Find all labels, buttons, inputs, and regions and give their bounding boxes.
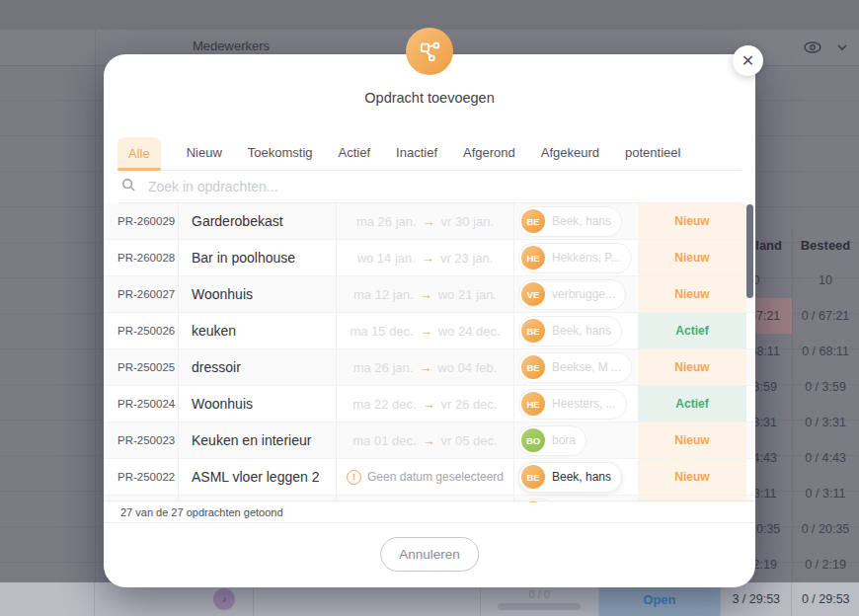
opdracht-dates: ma 22 dec.→vr 26 dec.: [336, 386, 513, 422]
results-count: 27 van de 27 opdrachten getoond: [120, 506, 283, 518]
opdracht-dates: ma 01 dec.→vr 05 dec.: [336, 423, 513, 458]
background-topbar: [0, 0, 859, 31]
besteed-column-header: Besteed: [792, 227, 859, 263]
results-count-bar: 27 van de 27 opdrachten getoond: [104, 500, 755, 523]
eye-icon[interactable]: [802, 38, 823, 57]
opdracht-assignee-cell: BObora: [513, 423, 638, 458]
assignee-name: bora: [552, 433, 576, 447]
opdracht-row[interactable]: PR-250024Woonhuisma 22 dec.→vr 26 dec.HE…: [104, 386, 755, 423]
besteed-value: 0 / 2:19: [792, 547, 859, 582]
assignee-avatar: BE: [521, 465, 545, 489]
dialog-title: Opdracht toevoegen: [104, 90, 755, 106]
assignee-avatar: HE: [521, 392, 545, 416]
tab-alle[interactable]: Alle: [117, 137, 161, 170]
opdracht-dates: !Geen datum geselecteerd: [336, 459, 513, 495]
chevron-down-icon[interactable]: [833, 38, 851, 57]
tab-afgekeurd[interactable]: Afgekeurd: [541, 145, 599, 160]
opdracht-name: keuken: [178, 313, 336, 348]
besteed-value: 0 / 3:11: [792, 476, 859, 511]
opdracht-row[interactable]: PR-260028Bar in poolhousewo 14 jan.→vr 2…: [104, 240, 755, 276]
summary-cell-besteed: 0 / 29:53: [792, 582, 859, 616]
search-bar: [117, 171, 742, 203]
opdracht-assignee-cell: BEBeek, hans: [513, 459, 638, 495]
status-badge: Nieuw: [638, 349, 746, 385]
opdracht-toevoegen-dialog: ✕ Opdracht toevoegen AlleNieuwToekomstig…: [104, 54, 755, 587]
opdracht-name: Bar in poolhouse: [178, 240, 336, 275]
assignee-avatar: BE: [521, 319, 545, 343]
tab-nieuw[interactable]: Nieuw: [187, 145, 222, 160]
opdracht-id: PR-260027: [104, 276, 178, 312]
opdracht-row[interactable]: PR-260029Garderobekastma 26 jan.→vr 30 j…: [104, 203, 755, 240]
assignee-name: Beekse, M ...: [552, 360, 621, 374]
opdracht-assignee-cell: HEHeesters, ...: [513, 386, 638, 422]
summary-cell-status[interactable]: Open: [599, 582, 721, 616]
opdracht-name: Woonhuis: [178, 276, 336, 312]
opdracht-row[interactable]: PR-250023Keuken en interieurma 01 dec.→v…: [104, 423, 755, 459]
tab-potentieel[interactable]: potentieel: [625, 145, 680, 160]
besteed-value: 0 / 20:35: [792, 511, 859, 547]
arrow-right-icon: →: [423, 214, 435, 229]
opdracht-id: PR-250022: [104, 459, 178, 495]
assignee-chip[interactable]: BEBeek, hans: [518, 206, 622, 237]
close-button[interactable]: ✕: [733, 45, 763, 76]
tab-actief[interactable]: Actief: [339, 145, 371, 160]
opdracht-name: dressoir: [178, 349, 336, 385]
opdracht-id: PR-250025: [104, 349, 178, 385]
date-to: wo 24 dec.: [438, 324, 501, 339]
arrow-right-icon: →: [423, 397, 435, 412]
arrow-right-icon: →: [420, 287, 432, 302]
opdracht-dates: ma 12 jan.→wo 21 jan.: [336, 276, 513, 312]
scrollbar-thumb[interactable]: [746, 204, 753, 298]
opdracht-row[interactable]: PR-260027Woonhuisma 12 jan.→wo 21 jan.VE…: [104, 276, 755, 313]
assignee-chip[interactable]: BEBeek, hans: [518, 462, 622, 493]
tab-inactief[interactable]: Inactief: [396, 145, 437, 160]
arrow-right-icon: →: [423, 433, 435, 448]
no-date-warning: !Geen datum geselecteerd: [347, 470, 504, 485]
assignee-avatar: BE: [521, 355, 545, 379]
opdracht-dates: ma 15 dec.→wo 24 dec.: [336, 313, 513, 348]
arrow-right-icon: →: [422, 251, 434, 266]
assignee-chip[interactable]: BEBeekse, M ...: [518, 352, 632, 383]
opdracht-id: PR-250026: [104, 313, 178, 348]
arrow-right-icon: →: [419, 360, 431, 375]
opdracht-assignee-cell: HEHekkens, P...: [513, 240, 638, 275]
opdracht-name: Garderobekast: [178, 203, 336, 239]
opdracht-row[interactable]: PR-250026keukenma 15 dec.→wo 24 dec.BEBe…: [104, 313, 755, 349]
opdracht-row[interactable]: PR-250022ASML vloer leggen 2!Geen datum …: [104, 459, 755, 496]
date-to: wo 04 feb.: [437, 360, 497, 375]
search-input[interactable]: [146, 178, 738, 195]
besteed-value: 10: [792, 263, 859, 298]
assignee-name: Beek, hans: [552, 214, 611, 228]
opdracht-id: PR-260028: [104, 240, 178, 275]
date-to: vr 26 dec.: [441, 397, 498, 412]
summary-cell-gepland: 3 / 29:53: [721, 582, 793, 616]
date-from: ma 01 dec.: [352, 433, 416, 448]
assignee-name: verbrugge...: [552, 287, 615, 301]
assignee-chip[interactable]: HEHeesters, ...: [518, 389, 627, 420]
assignee-name: Heesters, ...: [552, 397, 616, 411]
assignee-avatar: VE: [521, 282, 545, 306]
opdracht-assignee-cell: BEBeek, hans: [513, 203, 638, 239]
progress-bar: [498, 603, 581, 610]
assignee-avatar: HE: [521, 246, 545, 270]
besteed-value: 0 / 68:11: [792, 334, 859, 369]
assignee-chip[interactable]: BObora: [518, 425, 586, 456]
status-badge: Nieuw: [638, 240, 746, 275]
status-badge: Actief: [638, 386, 746, 422]
cancel-button[interactable]: Annuleren: [380, 537, 479, 572]
progress-label: 0 / 0: [529, 588, 550, 600]
opdracht-row[interactable]: PR-250025dressoirma 26 jan.→wo 04 feb.BE…: [104, 349, 755, 386]
assignee-chip[interactable]: VEverbrugge...: [518, 279, 626, 310]
besteed-value: 0 / 3:59: [792, 369, 859, 405]
opdracht-dates: ma 26 jan.→vr 30 jan.: [336, 203, 513, 239]
status-badge: Nieuw: [638, 276, 746, 312]
date-from: ma 26 jan.: [353, 360, 414, 375]
date-to: vr 05 dec.: [441, 433, 498, 448]
assignee-chip[interactable]: HEHekkens, P...: [518, 243, 632, 273]
opdracht-dates: ma 26 jan.→wo 04 feb.: [336, 349, 513, 385]
date-from: ma 15 dec.: [350, 324, 413, 339]
tab-toekomstig[interactable]: Toekomstig: [248, 145, 313, 160]
assignee-chip[interactable]: BEBeek, hans: [518, 316, 622, 346]
besteed-value: 0 / 67:21: [792, 298, 859, 334]
tab-afgerond[interactable]: Afgerond: [463, 145, 515, 160]
